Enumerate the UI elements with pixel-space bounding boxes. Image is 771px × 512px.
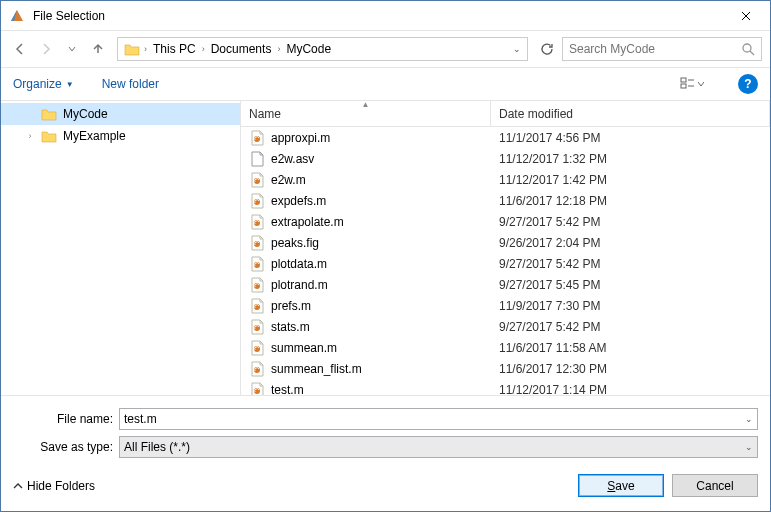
file-icon [249,172,265,188]
view-options-button[interactable] [674,73,710,95]
file-row[interactable]: summean.m 11/6/2017 11:58 AM [241,337,770,358]
back-button[interactable] [9,38,31,60]
refresh-button[interactable] [536,38,558,60]
file-row[interactable]: plotrand.m 9/27/2017 5:45 PM [241,274,770,295]
file-date: 9/27/2017 5:42 PM [491,215,770,229]
column-name[interactable]: ▲ Name [241,101,491,126]
recent-dropdown[interactable] [61,38,83,60]
breadcrumb-item[interactable]: This PC [151,42,198,56]
list-header: ▲ Name Date modified [241,101,770,127]
folder-tree[interactable]: MyCode› MyExample [1,101,241,395]
file-date: 11/6/2017 12:30 PM [491,362,770,376]
file-name: peaks.fig [271,236,319,250]
new-folder-button[interactable]: New folder [102,77,159,91]
folder-icon [41,107,57,121]
file-row[interactable]: prefs.m 11/9/2017 7:30 PM [241,295,770,316]
close-button[interactable] [723,1,768,30]
file-date: 11/6/2017 12:18 PM [491,194,770,208]
file-row[interactable]: extrapolate.m 9/27/2017 5:42 PM [241,211,770,232]
chevron-down-icon[interactable]: ⌄ [745,414,753,424]
search-box[interactable] [562,37,762,61]
file-name: summean.m [271,341,337,355]
navbar: › This PC › Documents › MyCode ⌄ [1,31,770,67]
expand-icon[interactable]: › [25,131,35,141]
file-icon [249,151,265,167]
column-date[interactable]: Date modified [491,101,770,126]
file-row[interactable]: stats.m 9/27/2017 5:42 PM [241,316,770,337]
file-list[interactable]: ▲ Name Date modified approxpi.m 11/1/201… [241,101,770,395]
file-name: e2w.m [271,173,306,187]
file-name-input[interactable] [124,412,745,426]
file-name: prefs.m [271,299,311,313]
sort-ascending-icon: ▲ [362,101,370,109]
file-icon [249,277,265,293]
file-row[interactable]: test.m 11/12/2017 1:14 PM [241,379,770,395]
file-row[interactable]: summean_flist.m 11/6/2017 12:30 PM [241,358,770,379]
file-date: 9/26/2017 2:04 PM [491,236,770,250]
save-type-combo[interactable]: All Files (*.*) ⌄ [119,436,758,458]
tree-item-label: MyCode [63,107,108,121]
forward-button[interactable] [35,38,57,60]
save-inputs: File name: ⌄ Save as type: All Files (*.… [1,396,770,464]
window-title: File Selection [33,9,723,23]
organize-label: Organize [13,77,62,91]
file-row[interactable]: plotdata.m 9/27/2017 5:42 PM [241,253,770,274]
file-name: e2w.asv [271,152,314,166]
file-date: 9/27/2017 5:42 PM [491,320,770,334]
file-name: stats.m [271,320,310,334]
save-type-value: All Files (*.*) [124,440,190,454]
file-row[interactable]: approxpi.m 11/1/2017 4:56 PM [241,127,770,148]
file-row[interactable]: peaks.fig 9/26/2017 2:04 PM [241,232,770,253]
file-icon [249,214,265,230]
file-date: 11/1/2017 4:56 PM [491,131,770,145]
save-type-label: Save as type: [13,440,113,454]
tree-item[interactable]: › MyExample [1,125,240,147]
file-name: extrapolate.m [271,215,344,229]
chevron-right-icon: › [202,44,205,54]
chevron-right-icon: › [277,44,280,54]
help-button[interactable]: ? [738,74,758,94]
address-dropdown[interactable]: ⌄ [509,44,525,54]
address-bar[interactable]: › This PC › Documents › MyCode ⌄ [117,37,528,61]
file-row[interactable]: e2w.m 11/12/2017 1:42 PM [241,169,770,190]
file-icon [249,298,265,314]
up-button[interactable] [87,38,109,60]
svg-point-2 [743,44,751,52]
file-icon [249,235,265,251]
file-icon [249,130,265,146]
file-date: 11/12/2017 1:32 PM [491,152,770,166]
chevron-up-icon [13,481,23,491]
file-date: 11/12/2017 1:14 PM [491,383,770,396]
file-date: 11/9/2017 7:30 PM [491,299,770,313]
file-date: 11/6/2017 11:58 AM [491,341,770,355]
titlebar: File Selection [1,1,770,31]
tree-item[interactable]: MyCode [1,103,240,125]
organize-menu[interactable]: Organize ▼ [13,77,74,91]
file-date: 9/27/2017 5:45 PM [491,278,770,292]
file-row[interactable]: e2w.asv 11/12/2017 1:32 PM [241,148,770,169]
breadcrumb-item[interactable]: Documents [209,42,274,56]
footer: Hide Folders Save Cancel [1,464,770,511]
file-name: expdefs.m [271,194,326,208]
toolbar: Organize ▼ New folder ? [1,67,770,101]
file-name: test.m [271,383,304,396]
file-name: summean_flist.m [271,362,362,376]
save-button[interactable]: Save [578,474,664,497]
chevron-right-icon: › [144,44,147,54]
cancel-button[interactable]: Cancel [672,474,758,497]
file-date: 9/27/2017 5:42 PM [491,257,770,271]
breadcrumb-item[interactable]: MyCode [284,42,333,56]
file-name: approxpi.m [271,131,330,145]
hide-folders-toggle[interactable]: Hide Folders [13,479,95,493]
search-input[interactable] [569,42,741,56]
search-icon [741,42,755,56]
file-date: 11/12/2017 1:42 PM [491,173,770,187]
svg-rect-4 [681,84,686,88]
file-row[interactable]: expdefs.m 11/6/2017 12:18 PM [241,190,770,211]
file-icon [249,319,265,335]
chevron-down-icon[interactable]: ⌄ [745,442,753,452]
app-icon [9,8,25,24]
file-name-field[interactable]: ⌄ [119,408,758,430]
file-icon [249,256,265,272]
file-name: plotdata.m [271,257,327,271]
